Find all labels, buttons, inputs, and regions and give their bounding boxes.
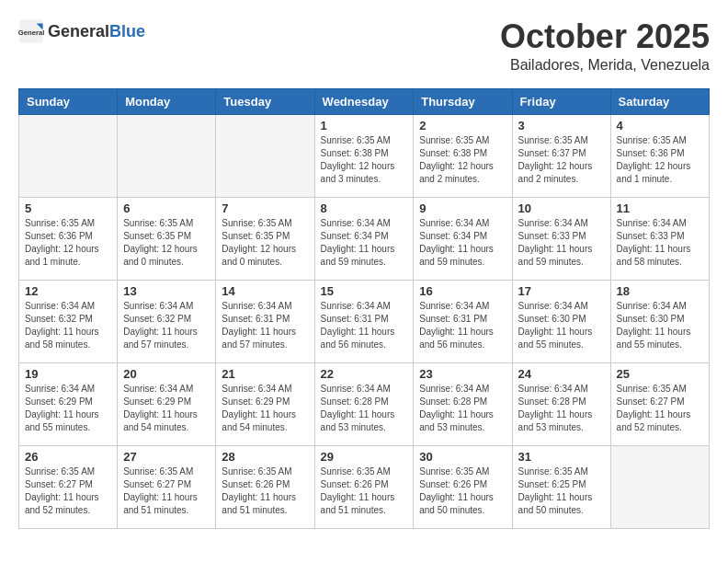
day-number: 12 — [25, 284, 111, 298]
calendar-cell: 3Sunrise: 6:35 AM Sunset: 6:37 PM Daylig… — [512, 114, 610, 197]
calendar-cell: 17Sunrise: 6:34 AM Sunset: 6:30 PM Dayli… — [512, 280, 610, 362]
weekday-header-monday: Monday — [118, 88, 216, 114]
day-number: 19 — [25, 367, 111, 381]
day-number: 11 — [617, 201, 703, 215]
calendar-cell: 12Sunrise: 6:34 AM Sunset: 6:32 PM Dayli… — [19, 280, 118, 362]
day-info: Sunrise: 6:35 AM Sunset: 6:27 PM Dayligh… — [617, 383, 703, 434]
calendar-cell: 10Sunrise: 6:34 AM Sunset: 6:33 PM Dayli… — [512, 197, 610, 280]
calendar-cell: 31Sunrise: 6:35 AM Sunset: 6:25 PM Dayli… — [512, 445, 610, 528]
day-info: Sunrise: 6:34 AM Sunset: 6:30 PM Dayligh… — [617, 300, 703, 351]
logo-text-blue: Blue — [109, 22, 145, 41]
day-info: Sunrise: 6:35 AM Sunset: 6:26 PM Dayligh… — [222, 465, 308, 517]
calendar-cell: 24Sunrise: 6:34 AM Sunset: 6:28 PM Dayli… — [512, 362, 610, 445]
logo-icon: General — [18, 18, 44, 44]
calendar-cell: 18Sunrise: 6:34 AM Sunset: 6:30 PM Dayli… — [610, 280, 709, 362]
day-number: 9 — [419, 201, 506, 215]
day-info: Sunrise: 6:34 AM Sunset: 6:31 PM Dayligh… — [321, 300, 408, 351]
day-info: Sunrise: 6:34 AM Sunset: 6:32 PM Dayligh… — [25, 300, 111, 351]
day-info: Sunrise: 6:34 AM Sunset: 6:28 PM Dayligh… — [419, 383, 506, 434]
week-row-5: 26Sunrise: 6:35 AM Sunset: 6:27 PM Dayli… — [19, 445, 710, 528]
day-number: 6 — [123, 201, 210, 215]
day-info: Sunrise: 6:34 AM Sunset: 6:31 PM Dayligh… — [222, 300, 308, 351]
logo-text-general: General — [48, 22, 109, 41]
day-info: Sunrise: 6:34 AM Sunset: 6:31 PM Dayligh… — [419, 300, 506, 351]
day-info: Sunrise: 6:35 AM Sunset: 6:35 PM Dayligh… — [123, 217, 210, 269]
calendar-cell: 16Sunrise: 6:34 AM Sunset: 6:31 PM Dayli… — [414, 280, 512, 362]
calendar-cell: 29Sunrise: 6:35 AM Sunset: 6:26 PM Dayli… — [314, 445, 414, 528]
calendar-cell: 15Sunrise: 6:34 AM Sunset: 6:31 PM Dayli… — [314, 280, 414, 362]
calendar-cell: 8Sunrise: 6:34 AM Sunset: 6:34 PM Daylig… — [314, 197, 414, 280]
day-info: Sunrise: 6:34 AM Sunset: 6:33 PM Dayligh… — [617, 217, 703, 269]
calendar-cell: 23Sunrise: 6:34 AM Sunset: 6:28 PM Dayli… — [414, 362, 512, 445]
day-number: 18 — [617, 284, 703, 298]
day-info: Sunrise: 6:34 AM Sunset: 6:34 PM Dayligh… — [321, 217, 408, 269]
day-number: 5 — [25, 201, 111, 215]
day-info: Sunrise: 6:34 AM Sunset: 6:29 PM Dayligh… — [222, 383, 308, 434]
weekday-header-friday: Friday — [512, 88, 610, 114]
day-number: 29 — [321, 450, 408, 464]
calendar-cell — [610, 445, 709, 528]
day-info: Sunrise: 6:34 AM Sunset: 6:29 PM Dayligh… — [123, 383, 210, 434]
day-number: 8 — [321, 201, 408, 215]
calendar-cell: 22Sunrise: 6:34 AM Sunset: 6:28 PM Dayli… — [314, 362, 414, 445]
calendar-cell: 20Sunrise: 6:34 AM Sunset: 6:29 PM Dayli… — [118, 362, 216, 445]
page-header: General General Blue October 2025 Bailad… — [18, 18, 710, 74]
calendar-cell: 25Sunrise: 6:35 AM Sunset: 6:27 PM Dayli… — [610, 362, 709, 445]
day-info: Sunrise: 6:35 AM Sunset: 6:38 PM Dayligh… — [321, 134, 408, 186]
day-number: 3 — [518, 119, 605, 132]
calendar-cell: 6Sunrise: 6:35 AM Sunset: 6:35 PM Daylig… — [118, 197, 216, 280]
week-row-4: 19Sunrise: 6:34 AM Sunset: 6:29 PM Dayli… — [19, 362, 710, 445]
day-number: 28 — [222, 450, 308, 464]
day-info: Sunrise: 6:34 AM Sunset: 6:32 PM Dayligh… — [123, 300, 210, 351]
calendar-cell — [118, 114, 216, 197]
location-subtitle: Bailadores, Merida, Venezuela — [500, 57, 710, 74]
day-number: 1 — [321, 119, 408, 132]
day-number: 16 — [419, 284, 506, 298]
day-number: 17 — [518, 284, 605, 298]
calendar-cell: 19Sunrise: 6:34 AM Sunset: 6:29 PM Dayli… — [19, 362, 118, 445]
day-info: Sunrise: 6:34 AM Sunset: 6:30 PM Dayligh… — [518, 300, 605, 351]
day-number: 21 — [222, 367, 308, 381]
day-info: Sunrise: 6:35 AM Sunset: 6:27 PM Dayligh… — [25, 465, 111, 517]
day-number: 26 — [25, 450, 111, 464]
calendar-cell: 28Sunrise: 6:35 AM Sunset: 6:26 PM Dayli… — [216, 445, 314, 528]
day-number: 15 — [321, 284, 408, 298]
svg-text:General: General — [18, 29, 44, 37]
weekday-header-thursday: Thursday — [414, 88, 512, 114]
day-number: 7 — [222, 201, 308, 215]
day-info: Sunrise: 6:35 AM Sunset: 6:37 PM Dayligh… — [518, 134, 605, 186]
day-info: Sunrise: 6:35 AM Sunset: 6:27 PM Dayligh… — [123, 465, 210, 517]
weekday-header-sunday: Sunday — [19, 88, 118, 114]
day-number: 24 — [518, 367, 605, 381]
week-row-1: 1Sunrise: 6:35 AM Sunset: 6:38 PM Daylig… — [19, 114, 710, 197]
day-info: Sunrise: 6:35 AM Sunset: 6:35 PM Dayligh… — [222, 217, 308, 269]
calendar-cell: 21Sunrise: 6:34 AM Sunset: 6:29 PM Dayli… — [216, 362, 314, 445]
day-number: 31 — [518, 450, 605, 464]
calendar-cell: 30Sunrise: 6:35 AM Sunset: 6:26 PM Dayli… — [414, 445, 512, 528]
day-info: Sunrise: 6:34 AM Sunset: 6:34 PM Dayligh… — [419, 217, 506, 269]
day-info: Sunrise: 6:35 AM Sunset: 6:26 PM Dayligh… — [321, 465, 408, 517]
weekday-header-row: SundayMondayTuesdayWednesdayThursdayFrid… — [19, 88, 710, 114]
day-info: Sunrise: 6:34 AM Sunset: 6:33 PM Dayligh… — [518, 217, 605, 269]
calendar-cell: 26Sunrise: 6:35 AM Sunset: 6:27 PM Dayli… — [19, 445, 118, 528]
day-info: Sunrise: 6:35 AM Sunset: 6:36 PM Dayligh… — [617, 134, 703, 186]
calendar-cell: 5Sunrise: 6:35 AM Sunset: 6:36 PM Daylig… — [19, 197, 118, 280]
calendar-cell: 7Sunrise: 6:35 AM Sunset: 6:35 PM Daylig… — [216, 197, 314, 280]
day-number: 14 — [222, 284, 308, 298]
day-number: 13 — [123, 284, 210, 298]
week-row-3: 12Sunrise: 6:34 AM Sunset: 6:32 PM Dayli… — [19, 280, 710, 362]
calendar-cell: 1Sunrise: 6:35 AM Sunset: 6:38 PM Daylig… — [314, 114, 414, 197]
day-number: 23 — [419, 367, 506, 381]
calendar-cell: 11Sunrise: 6:34 AM Sunset: 6:33 PM Dayli… — [610, 197, 709, 280]
day-number: 20 — [123, 367, 210, 381]
calendar-cell: 4Sunrise: 6:35 AM Sunset: 6:36 PM Daylig… — [610, 114, 709, 197]
weekday-header-wednesday: Wednesday — [314, 88, 414, 114]
day-number: 4 — [617, 119, 703, 132]
weekday-header-saturday: Saturday — [610, 88, 709, 114]
calendar-cell — [216, 114, 314, 197]
calendar-table: SundayMondayTuesdayWednesdayThursdayFrid… — [18, 88, 710, 529]
day-info: Sunrise: 6:35 AM Sunset: 6:26 PM Dayligh… — [419, 465, 506, 517]
day-number: 22 — [321, 367, 408, 381]
calendar-cell: 2Sunrise: 6:35 AM Sunset: 6:38 PM Daylig… — [414, 114, 512, 197]
week-row-2: 5Sunrise: 6:35 AM Sunset: 6:36 PM Daylig… — [19, 197, 710, 280]
